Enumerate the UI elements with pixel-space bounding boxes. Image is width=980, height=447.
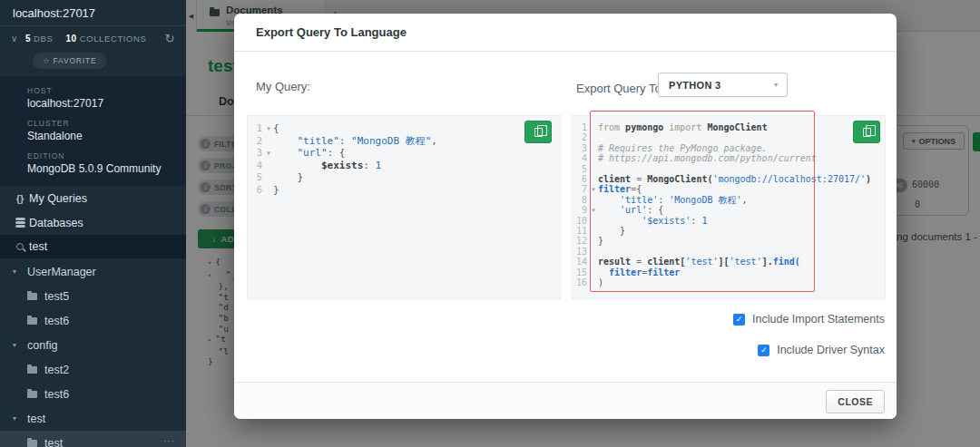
exported-code-pane[interactable]: 1from pymongo import MongoClient23# Requ… xyxy=(572,115,886,299)
tree-item-label: test xyxy=(27,413,45,425)
python-code-line: 12} xyxy=(573,236,885,246)
fold-gutter xyxy=(589,143,598,153)
code-token: : xyxy=(658,195,669,205)
tree-collection-test6[interactable]: test6 xyxy=(0,308,186,333)
close-button[interactable]: CLOSE xyxy=(826,390,885,413)
line-number: 2 xyxy=(573,132,589,142)
tree-collection-test5[interactable]: test5 xyxy=(0,284,186,308)
code-token: pymongo xyxy=(625,122,669,132)
code-token: "title" xyxy=(273,135,339,147)
line-number: 4 xyxy=(248,160,264,172)
tree-item-label: test6 xyxy=(44,315,69,327)
connection-title: localhost:27017 xyxy=(0,0,186,26)
python-code-line: 6client = MongoClient('mongodb://localho… xyxy=(573,174,885,184)
fold-caret-icon[interactable]: ▾ xyxy=(589,184,598,194)
code-token: } xyxy=(273,184,279,196)
tree-database-test[interactable]: ▾test xyxy=(0,406,186,431)
fold-caret-icon[interactable]: ▾ xyxy=(589,205,598,215)
code-token: find( xyxy=(773,257,800,267)
tree-collection-test[interactable]: test··· xyxy=(0,431,186,447)
include-import-label: Include Import Statements xyxy=(752,313,885,326)
sidebar-search-input[interactable]: test xyxy=(0,235,186,259)
modal-title: Export Query To Language xyxy=(256,25,407,39)
query-code-text: $exists: 1 xyxy=(273,160,381,172)
fold-gutter xyxy=(589,195,598,205)
python-code-line: 5 xyxy=(573,164,885,174)
code-token: filter xyxy=(598,184,631,194)
chevron-down-icon[interactable]: ▾ xyxy=(13,267,27,276)
python-code-line: 8 'title': 'MongoDB 教程', xyxy=(573,195,885,205)
code-token: : xyxy=(363,160,375,171)
include-driver-checkbox-row[interactable]: ✓ Include Driver Syntax xyxy=(758,344,885,356)
code-token: # https://api.mongodb.com/python/current xyxy=(598,153,817,163)
python-code-text: '$exists': 1 xyxy=(598,216,707,226)
include-import-checkbox-row[interactable]: ✓ Include Import Statements xyxy=(733,313,885,326)
fold-gutter xyxy=(264,171,273,184)
code-token: MongoClient( xyxy=(647,174,712,184)
chevron-down-icon[interactable]: ▾ xyxy=(13,414,27,423)
tree-item-label: UserManager xyxy=(27,266,96,278)
code-token: 'title' xyxy=(598,195,658,205)
code-token: 'url' xyxy=(598,205,647,215)
code-token: , xyxy=(431,135,437,147)
code-token: ) xyxy=(598,277,603,287)
tree-item-label: test xyxy=(44,437,63,447)
checkbox-checked-icon[interactable]: ✓ xyxy=(758,345,769,356)
code-token: 1 xyxy=(701,216,707,226)
code-token: client xyxy=(598,174,636,184)
folder-icon xyxy=(27,391,37,398)
code-token: } xyxy=(273,171,303,183)
language-select[interactable]: PYTHON 3 ▾ xyxy=(658,73,788,97)
fold-gutter xyxy=(589,226,598,236)
sidebar-item-databases[interactable]: Databases xyxy=(0,210,186,235)
tree-database-UserManager[interactable]: ▾UserManager xyxy=(0,259,186,284)
copy-exported-code-button[interactable] xyxy=(853,121,880,143)
code-token: , xyxy=(742,195,748,205)
copy-query-button[interactable] xyxy=(524,121,552,143)
code-token: { xyxy=(636,184,642,194)
line-number: 12 xyxy=(573,236,589,246)
more-options-icon[interactable]: ··· xyxy=(163,436,175,446)
chevron-down-icon[interactable]: ∨ xyxy=(11,34,18,44)
python-code-text: # Requires the PyMongo package. xyxy=(598,143,768,153)
my-query-label: My Query: xyxy=(256,80,310,93)
query-code-line: 5 } xyxy=(248,171,560,184)
checkbox-checked-icon[interactable]: ✓ xyxy=(733,314,745,326)
tree-collection-test2[interactable]: test2 xyxy=(0,357,186,382)
query-code-text: "url": { xyxy=(273,147,345,160)
code-token: ]. xyxy=(762,257,773,267)
python-code-text: ) xyxy=(598,277,603,287)
fold-caret-icon[interactable]: ▾ xyxy=(264,147,273,160)
query-code-line: 6} xyxy=(248,184,560,197)
tree-database-config[interactable]: ▾config xyxy=(0,333,186,357)
chevron-down-icon[interactable]: ▾ xyxy=(13,341,27,349)
code-token: filter xyxy=(598,267,642,277)
favorite-button[interactable]: ☆ FAVORITE xyxy=(33,53,106,69)
code-token: } xyxy=(598,236,603,246)
my-query-code-pane[interactable]: 1▾{2 "title": "MongoDB 教程",3▾ "url": {4 … xyxy=(247,115,561,299)
folder-icon xyxy=(27,440,37,447)
dbs-label: DBS xyxy=(34,34,53,44)
tree-collection-test6[interactable]: test6 xyxy=(0,382,186,406)
code-token: } xyxy=(598,226,625,236)
line-number: 5 xyxy=(248,171,264,184)
line-number: 10 xyxy=(573,216,589,226)
code-token: : { xyxy=(647,205,663,215)
code-token: 1 xyxy=(376,160,382,171)
code-token: import xyxy=(669,122,707,132)
line-number: 15 xyxy=(573,267,589,277)
python-code-line: 2 xyxy=(573,132,885,142)
refresh-icon[interactable]: ↻ xyxy=(165,32,176,45)
code-token: 'MongoDB 教程' xyxy=(669,195,741,205)
fold-caret-icon[interactable]: ▾ xyxy=(264,122,273,135)
line-number: 5 xyxy=(573,164,589,174)
dbs-summary-row[interactable]: ∨ 5 DBS 10 COLLECTIONS ↻ xyxy=(0,26,186,51)
fold-gutter xyxy=(589,257,598,267)
code-token: 'mongodb://localhost:27017/' xyxy=(712,174,866,184)
host-label: HOST xyxy=(27,86,186,95)
sidebar-item-my-queries[interactable]: {} My Queries xyxy=(0,186,186,210)
fold-gutter xyxy=(589,267,598,277)
line-number: 14 xyxy=(573,257,589,267)
code-token: = xyxy=(636,174,647,184)
code-token: "MongoDB 教程" xyxy=(351,135,431,147)
